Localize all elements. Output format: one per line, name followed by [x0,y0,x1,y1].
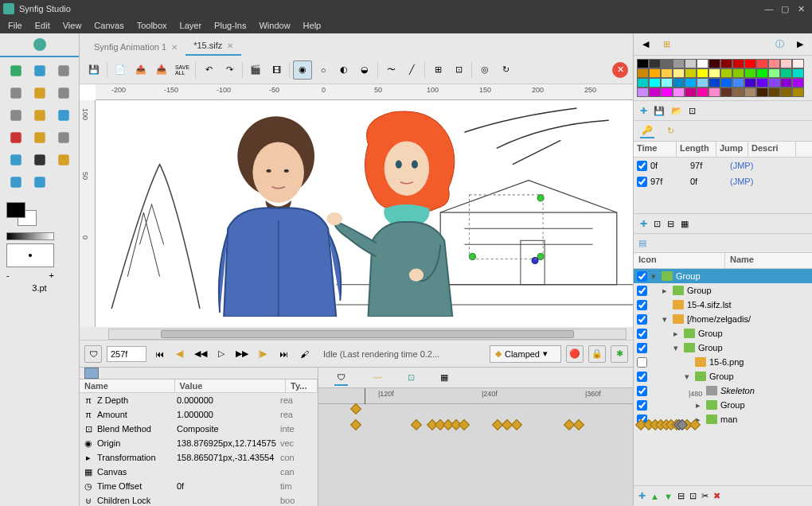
palette-tab-icon[interactable]: ⊞ [659,37,673,52]
mode4-button[interactable]: ◒ [355,60,374,80]
palette-color[interactable] [768,68,780,78]
kf-row[interactable]: 0f97f(JMP) [634,158,812,173]
palette-color[interactable] [744,78,756,88]
palette-color[interactable] [637,78,649,88]
layer-row[interactable]: ▸Group [634,283,812,298]
expand-icon[interactable]: ▾ [660,314,670,325]
palette-color[interactable] [732,88,744,97]
size-increase[interactable]: + [49,271,54,280]
skeleton-mode-icon[interactable]: ✱ [611,345,628,363]
keyframe-marker[interactable] [350,403,361,415]
palette-color[interactable] [780,78,792,88]
size-decrease[interactable]: - [6,271,10,280]
curve-button[interactable]: 〜 [381,60,400,80]
doc-tab[interactable]: Synfig Animation 1✕ [86,38,185,56]
param-col[interactable]: Name [80,380,175,392]
param-col[interactable]: Ty... [286,380,318,392]
snap-button[interactable]: ⊡ [449,60,468,80]
palette-color[interactable] [768,78,780,88]
palette-color[interactable] [649,68,661,78]
interpolation-select[interactable]: ◆Clamped▾ [490,345,561,363]
onion-button[interactable]: ◎ [475,60,494,80]
param-row[interactable]: πZ Depth0.000000rea [80,393,318,407]
param-row[interactable]: ▸Transformation158.865071px,-31.43554con [80,450,318,465]
saveas-button[interactable]: 📄 [111,60,130,80]
palette-color[interactable] [732,78,744,88]
palette-color[interactable] [637,59,649,68]
expand-icon[interactable]: ▸ [660,286,670,296]
layers-col-name[interactable]: Name [725,253,759,268]
layer-row[interactable]: ▸Group [634,398,812,412]
saveall-button[interactable]: SAVEALL [173,60,192,80]
seek-next-kf-icon[interactable]: |▶ [255,346,271,362]
import-button[interactable]: 📥 [152,60,171,80]
layer-visible[interactable] [637,271,647,282]
layer-cut-icon[interactable]: ✂ [701,491,709,501]
timeline-tab-2[interactable]: 〰 [373,373,382,383]
close-tab-icon[interactable]: ✕ [227,41,233,50]
palette-color[interactable] [661,88,673,97]
layer-visible[interactable] [637,286,647,296]
palette-color[interactable] [685,68,697,78]
layer-box-icon[interactable]: ⊡ [689,491,697,501]
palette-color[interactable] [732,68,744,78]
palette-color[interactable] [673,59,685,68]
palette-color[interactable] [756,88,768,97]
layer-dup-icon[interactable]: ⊟ [667,219,674,229]
animate-mode-icon[interactable]: 🔴 [566,345,584,363]
param-col[interactable]: Value [175,380,287,392]
palette-color[interactable] [661,68,673,78]
layer-visible[interactable] [637,314,647,325]
palette-color[interactable] [720,88,732,97]
palette-color[interactable] [697,88,709,97]
palette-color[interactable] [697,78,709,88]
line-button[interactable]: ╱ [402,60,421,80]
keyframe-marker[interactable] [411,419,422,430]
param-row[interactable]: ◉Origin138.876925px,12.714575vec [80,436,318,450]
grid-button[interactable]: ⊞ [428,60,447,80]
param-row[interactable]: ⊡Blend MethodCompositeinte [80,422,318,436]
timeline-ruler[interactable]: |120f|240f|360f|480 [318,388,633,404]
undo-button[interactable]: ↶ [199,60,218,80]
layer-row[interactable]: Skeleton [634,383,812,398]
seek-end-icon[interactable]: ⏭ [275,346,291,362]
palette-color[interactable] [637,68,649,78]
layer-visible[interactable] [637,386,647,396]
palette-color[interactable] [732,59,744,68]
layer-visible[interactable] [637,400,647,411]
layer-up-icon[interactable]: ▲ [650,492,659,501]
layer-row[interactable]: ▾Group [634,341,812,355]
palette-color[interactable] [744,59,756,68]
seek-back-icon[interactable]: ◀◀ [193,346,209,362]
seek-prev-kf-icon[interactable]: ◀| [172,346,188,362]
mode2-button[interactable]: ○ [314,60,333,80]
param-row[interactable]: πAmount1.000000rea [80,407,318,422]
palette-color[interactable] [756,78,768,88]
kf-row[interactable]: 97f0f(JMP) [634,173,812,189]
layer-row[interactable]: ▾Group [634,369,812,383]
tool-pen[interactable] [53,150,75,170]
palette-color[interactable] [697,68,709,78]
layer-row[interactable]: ▾[/home/zelgadis/ [634,312,812,326]
palette-color[interactable] [685,78,697,88]
palette-color[interactable] [744,88,756,97]
tool-bone[interactable] [53,127,75,148]
render-button[interactable]: 🎬 [246,60,265,80]
palette-color[interactable] [720,78,732,88]
layer-new-icon[interactable]: ✚ [640,219,647,229]
canvas[interactable] [96,100,633,327]
layer-row[interactable]: ▸Group [634,326,812,341]
save-button[interactable]: 💾 [84,60,103,80]
layers-tab-icon[interactable]: ▤ [638,238,646,248]
palette-color[interactable] [792,59,804,68]
palette-color[interactable] [697,59,709,68]
palette-color[interactable] [673,68,685,78]
menu-help[interactable]: Help [297,19,328,32]
tool-rect[interactable] [5,83,27,103]
lock-icon[interactable]: 🛡 [84,345,102,363]
redo-button[interactable]: ↷ [220,60,239,80]
toolbox-tab[interactable] [0,33,79,57]
expand-icon[interactable]: ▸ [693,400,703,411]
palette-color[interactable] [661,78,673,88]
tool-circle[interactable] [53,60,75,81]
